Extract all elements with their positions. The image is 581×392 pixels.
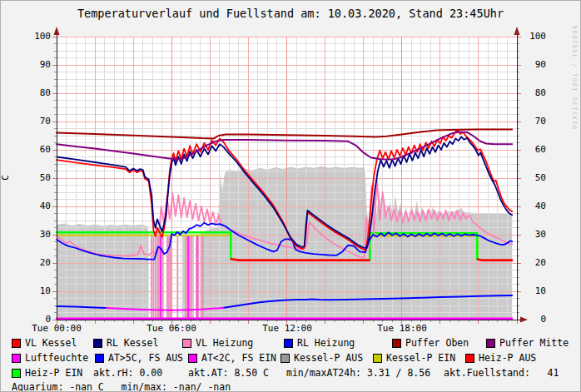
dropout-bar <box>151 236 151 320</box>
legend-label: AT<2C, FS EIN <box>201 353 276 364</box>
x-axis-tick-label: Tue 06:00 <box>138 324 205 334</box>
legend-swatch-heiz-p-ein <box>12 369 21 378</box>
y-axis-arrow-left <box>54 27 60 35</box>
legend-swatch-kessel-p-aus <box>281 354 290 363</box>
y-axis-tick-label-right: 10 <box>519 286 546 296</box>
area-gap <box>164 232 166 320</box>
x-axis-tick-label: Tue 00:00 <box>23 324 90 334</box>
legend-swatch-vl-heizung <box>182 339 191 348</box>
y-axis-tick-label-right: 0 <box>519 315 546 325</box>
legend-label: Puffer Oben <box>405 338 469 349</box>
legend-item: min/maxAT24h: 3.31 / 8.56 <box>286 368 430 379</box>
legend-item: AT<2C, FS EIN <box>188 353 276 364</box>
legend-label: Aquarium: -nan C min/max: -nan/ -nan <box>12 382 231 392</box>
legend-item: akt.rH: 0.00 <box>93 368 162 379</box>
y-axis-tick-label-left: 90 <box>24 60 51 70</box>
rrdtool-watermark: RRDTOOL / TOBI OETIKER <box>571 26 578 131</box>
dropout-bar <box>177 236 178 320</box>
y-axis-tick-label-right: 70 <box>519 117 546 127</box>
legend-swatch-puffer-mitte <box>486 339 495 348</box>
dropout-bar <box>155 236 156 320</box>
dropout-bar <box>153 236 154 320</box>
series-heiz-p-aus <box>478 260 512 261</box>
legend-label: akt.AT: 8.50 C <box>188 368 269 379</box>
area-gap <box>194 232 196 320</box>
legend-item: akt.Fuellstand: 41 <box>444 368 559 379</box>
dropout-bar <box>189 236 190 320</box>
legend-label: Kessel-P EIN <box>386 353 455 364</box>
legend-label: RL Heizung <box>297 338 355 349</box>
legend-swatch-rl-kessel <box>93 339 102 348</box>
legend-item: RL Kessel <box>93 338 158 349</box>
dropout-bar <box>187 236 188 320</box>
y-axis-tick-label-right: 80 <box>519 88 546 98</box>
dropout-bar <box>201 236 202 320</box>
y-axis-tick-label-left: 100 <box>24 32 51 42</box>
area-gap <box>171 232 177 320</box>
legend-swatch-puffer-oben <box>392 339 401 348</box>
legend-label: Kessel-P AUS <box>294 353 363 364</box>
legend-label: VL Heizung <box>196 338 253 349</box>
legend-label: min/maxAT24h: 3.31 / 8.56 <box>286 368 430 379</box>
legend-label: RL Kessel <box>107 338 158 349</box>
legend-item: Aquarium: -nan C min/max: -nan/ -nan <box>12 382 231 392</box>
dropout-bar <box>197 236 198 320</box>
legend-swatch-rl-heizung <box>284 339 293 348</box>
legend-swatch-luftfeuchte <box>12 354 21 363</box>
legend-item: VL Kessel <box>12 338 77 349</box>
y-axis-tick-label-left: 40 <box>24 201 51 211</box>
dropout-bar <box>202 236 203 320</box>
legend-swatch-at-5c-fs-aus <box>95 354 104 363</box>
y-axis-tick-label-right: 20 <box>519 258 546 268</box>
legend-item: Kessel-P AUS <box>281 353 363 364</box>
y-axis-tick-label-left: 80 <box>24 88 51 98</box>
legend-label: Heiz-P AUS <box>479 353 536 364</box>
y-axis-tick-label-right: 60 <box>519 145 546 155</box>
legend-item: Luftfeuchte <box>12 353 88 364</box>
y-axis-tick-label-right: 100 <box>519 32 546 42</box>
legend-swatch-at-2c-fs-ein <box>188 354 197 363</box>
area-gap <box>149 232 151 320</box>
legend-item: akt.AT: 8.50 C <box>188 368 269 379</box>
y-axis-tick-label-right: 90 <box>519 60 546 70</box>
x-axis-tick-label: Tue 12:00 <box>254 324 320 334</box>
legend-label: Luftfeuchte <box>25 353 88 364</box>
legend-item: Puffer Mitte <box>486 338 569 349</box>
legend-swatch-kessel-p-ein <box>373 354 382 363</box>
legend-item: VL Heizung <box>182 338 253 349</box>
y-axis-tick-label-left: 50 <box>24 173 51 183</box>
legend-item: RL Heizung <box>284 338 355 349</box>
legend-label: akt.rH: 0.00 <box>93 368 162 379</box>
series-heiz-p-aus <box>231 259 370 260</box>
dropout-bar <box>191 236 191 320</box>
legend-swatch-vl-kessel <box>12 339 21 348</box>
legend-label: VL Kessel <box>25 338 77 349</box>
y-axis-tick-label-right: 40 <box>519 201 546 211</box>
legend-item: Kessel-P EIN <box>373 353 455 364</box>
dropout-bar <box>186 236 186 320</box>
legend-label: Puffer Mitte <box>499 338 569 349</box>
y-axis-tick-label-left: 70 <box>24 117 51 127</box>
y-axis-tick-label-left: 10 <box>24 286 51 296</box>
legend-label: AT>5C, FS AUS <box>108 353 183 364</box>
legend-item: Heiz-P EIN <box>12 368 82 379</box>
legend-label: akt.Fuellstand: 41 <box>444 368 559 379</box>
legend-item: Heiz-P AUS <box>465 353 536 364</box>
legend-item: Puffer Oben <box>392 338 469 349</box>
y-axis-tick-label-left: 20 <box>24 258 51 268</box>
x-axis-tick-label: Tue 18:00 <box>369 324 435 334</box>
y-axis-tick-label-right: 30 <box>519 230 546 240</box>
y-axis-tick-label-left: 30 <box>24 230 51 240</box>
dropout-bar <box>170 236 171 320</box>
area-gap <box>179 232 183 320</box>
y-axis-tick-label-right: 50 <box>519 173 546 183</box>
rrd-graph: Temperaturverlauf und Fuellstand am: 10.… <box>0 0 581 392</box>
legend-swatch-heiz-p-aus <box>465 354 474 363</box>
legend-item: AT>5C, FS AUS <box>95 353 183 364</box>
y-axis-tick-label-left: 60 <box>24 145 51 155</box>
legend-label: Heiz-P EIN <box>25 368 82 379</box>
